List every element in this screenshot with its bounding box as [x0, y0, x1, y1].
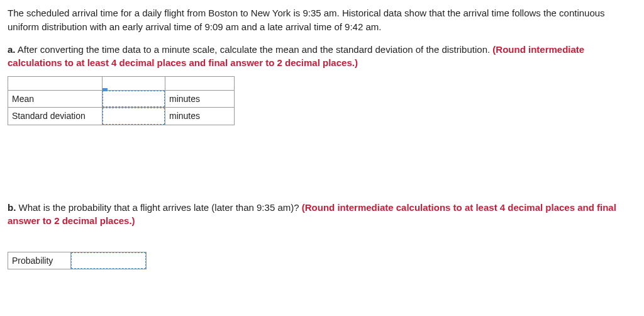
mean-unit: minutes	[165, 91, 235, 108]
table-header-empty	[103, 77, 165, 91]
part-a-question: a. After converting the time data to a m…	[8, 43, 636, 71]
part-b-label: b.	[8, 202, 16, 213]
sd-label: Standard deviation	[8, 108, 103, 125]
probability-input[interactable]	[71, 252, 146, 269]
problem-intro: The scheduled arrival time for a daily f…	[8, 6, 636, 34]
table-row: Mean minutes	[8, 91, 235, 108]
sd-input[interactable]	[103, 108, 165, 124]
probability-input-cell	[71, 252, 147, 269]
mean-label: Mean	[8, 91, 103, 108]
sd-input-cell	[103, 108, 165, 125]
part-a-text: After converting the time data to a minu…	[16, 44, 493, 55]
sd-unit: minutes	[165, 108, 235, 125]
part-b-question: b. What is the probability that a flight…	[8, 201, 636, 229]
part-b-text: What is the probability that a flight ar…	[16, 202, 301, 213]
table-row: Standard deviation minutes	[8, 108, 235, 125]
mean-input-cell	[103, 91, 165, 108]
probability-label: Probability	[8, 252, 71, 269]
table-row: Probability	[8, 252, 147, 269]
table-header-empty	[165, 77, 235, 91]
mean-input[interactable]	[103, 91, 165, 107]
table-header-empty	[8, 77, 103, 91]
part-a-label: a.	[8, 44, 16, 55]
part-b-table: Probability	[8, 252, 147, 269]
part-a-table: Mean minutes Standard deviation minutes	[8, 76, 235, 125]
